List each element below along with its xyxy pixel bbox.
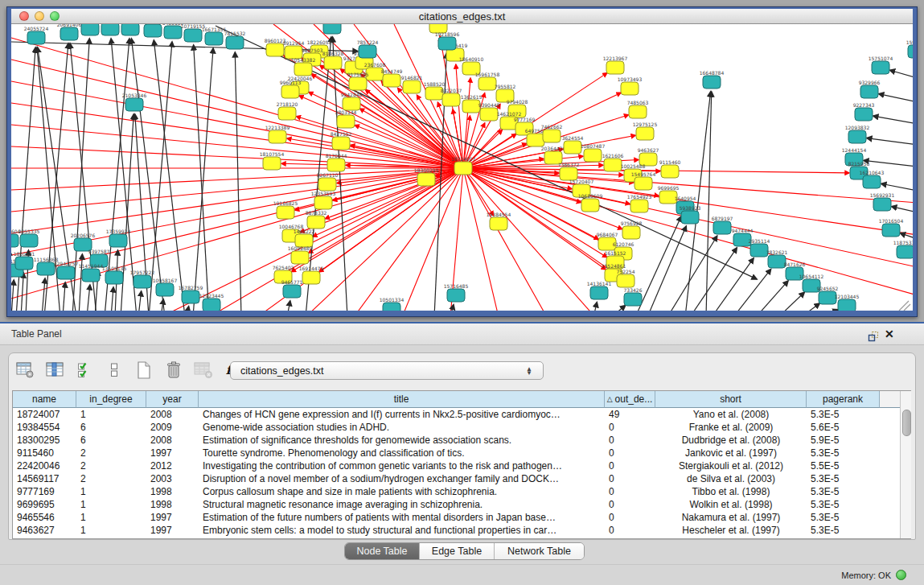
graph-node[interactable]	[266, 43, 284, 56]
table-row[interactable]: 2242004622012Investigating the contribut…	[13, 459, 910, 472]
resize-grip[interactable]	[899, 301, 910, 311]
graph-node[interactable]	[629, 105, 647, 118]
table-row[interactable]: 1456911722003Disruption of a novel membe…	[13, 472, 910, 485]
graph-node[interactable]	[269, 130, 286, 143]
graph-node[interactable]	[324, 56, 342, 69]
tab-network-table[interactable]: Network Table	[494, 543, 584, 559]
hub-node[interactable]	[454, 162, 472, 175]
table-row[interactable]: 977716911998Corpus callosum shape and si…	[13, 485, 910, 498]
zoom-window-button[interactable]	[50, 11, 60, 21]
column-header-out_de[interactable]: △out_de...	[605, 391, 655, 408]
graph-node[interactable]	[630, 200, 648, 212]
close-window-button[interactable]	[19, 11, 29, 21]
graph-node[interactable]	[636, 127, 654, 140]
graph-node[interactable]	[121, 24, 139, 35]
graph-node[interactable]	[897, 245, 913, 258]
graph-node[interactable]	[57, 266, 75, 279]
network-window-titlebar[interactable]: citations_edges.txt	[11, 9, 913, 24]
table-row[interactable]: 946362711997Embryonic stem cells: a mode…	[13, 524, 910, 537]
table-row[interactable]: 1872400712008Changes of HCN gene express…	[13, 408, 910, 421]
memory-status-icon[interactable]	[896, 570, 906, 580]
graph-node[interactable]	[703, 76, 721, 89]
graph-node[interactable]	[205, 32, 223, 45]
graph-node[interactable]	[11, 234, 18, 247]
graph-node[interactable]	[873, 198, 891, 211]
table-settings-button[interactable]	[15, 360, 35, 380]
graph-node[interactable]	[383, 74, 400, 87]
table-row[interactable]: 1830029562008Estimation of significance …	[13, 434, 910, 447]
graph-node[interactable]	[848, 130, 866, 143]
graph-node[interactable]	[144, 24, 162, 37]
close-panel-icon[interactable]: ✕	[885, 328, 894, 340]
network-canvas[interactable]: 8813054896012389129541822605898275031054…	[11, 24, 913, 311]
graph-node[interactable]	[283, 285, 301, 298]
graph-node[interactable]	[838, 299, 856, 311]
graph-node[interactable]	[133, 275, 151, 288]
minimize-window-button[interactable]	[35, 11, 44, 21]
graph-node[interactable]	[584, 149, 602, 162]
graph-node[interactable]	[332, 137, 350, 150]
graph-node[interactable]	[203, 299, 220, 311]
graph-node[interactable]	[294, 63, 312, 76]
graph-node[interactable]	[359, 45, 376, 58]
column-header-year[interactable]: year	[146, 391, 199, 408]
select-columns-button[interactable]	[75, 360, 94, 380]
graph-node[interactable]	[318, 178, 336, 191]
graph-node[interactable]	[226, 36, 244, 49]
graph-node[interactable]	[101, 24, 119, 35]
graph-node[interactable]	[307, 216, 325, 229]
network-window[interactable]: citations_edges.txt 88130548960123891295…	[6, 6, 918, 317]
graph-node[interactable]	[606, 61, 624, 74]
table-row[interactable]: 946554611997Estimation of the future num…	[13, 511, 910, 524]
column-header-short[interactable]: short	[655, 391, 807, 408]
graph-node[interactable]	[277, 206, 294, 219]
delete-columns-button[interactable]	[164, 360, 183, 380]
graph-node[interactable]	[403, 80, 421, 93]
graph-node[interactable]	[60, 27, 78, 40]
graph-node[interactable]	[337, 115, 355, 128]
graph-node[interactable]	[490, 217, 507, 230]
create-column-button[interactable]	[134, 360, 154, 380]
graph-node[interactable]	[447, 289, 465, 302]
graph-node[interactable]	[442, 93, 460, 106]
graph-node[interactable]	[863, 175, 881, 188]
graph-node[interactable]	[624, 293, 642, 306]
graph-node[interactable]	[713, 221, 731, 234]
graph-node[interactable]	[302, 271, 320, 284]
graph-node[interactable]	[543, 130, 561, 142]
graph-node[interactable]	[417, 173, 435, 186]
graph-node[interactable]	[164, 26, 182, 39]
graph-node[interactable]	[82, 269, 100, 282]
graph-node[interactable]	[581, 199, 599, 212]
row-mode-button[interactable]	[105, 360, 124, 380]
graph-node[interactable]	[125, 98, 143, 111]
graph-node[interactable]	[564, 141, 581, 154]
graph-node[interactable]	[908, 45, 913, 58]
graph-node[interactable]	[617, 274, 634, 287]
graph-node[interactable]	[323, 24, 341, 34]
tab-edge-table[interactable]: Edge Table	[419, 543, 494, 559]
graph-node[interactable]	[15, 257, 33, 270]
graph-node[interactable]	[184, 29, 202, 42]
table-row[interactable]: 969969511998Structural magnetic resonanc…	[13, 498, 910, 511]
graph-node[interactable]	[81, 24, 99, 35]
graph-node[interactable]	[590, 286, 608, 299]
graph-node[interactable]	[681, 211, 699, 224]
graph-node[interactable]	[621, 82, 639, 95]
column-header-name[interactable]: name	[13, 391, 76, 408]
graph-node[interactable]	[872, 61, 889, 74]
graph-node[interactable]	[819, 291, 836, 304]
graph-node[interactable]	[182, 290, 199, 303]
graph-node[interactable]	[20, 234, 38, 247]
graph-node[interactable]	[263, 157, 281, 170]
graph-node[interactable]	[480, 108, 498, 121]
graph-node[interactable]	[109, 234, 127, 247]
column-header-in_degree[interactable]: in_degree	[76, 391, 146, 408]
graph-node[interactable]	[105, 271, 123, 284]
graph-node[interactable]	[604, 159, 622, 171]
graph-node[interactable]	[622, 226, 640, 239]
float-panel-icon[interactable]	[868, 331, 879, 342]
graph-node[interactable]	[882, 224, 900, 237]
graph-node[interactable]	[327, 159, 345, 171]
graph-node[interactable]	[855, 108, 873, 121]
